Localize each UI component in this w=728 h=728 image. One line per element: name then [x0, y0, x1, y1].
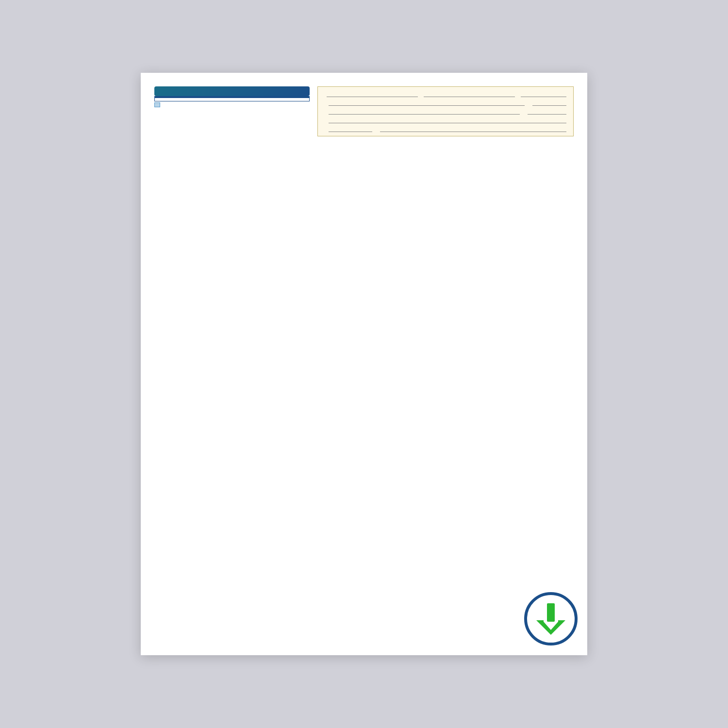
download-arrow-icon	[536, 603, 565, 635]
absence-codes-list	[154, 98, 310, 101]
attendance-calendar-page	[141, 73, 587, 655]
download-overlay[interactable]	[524, 592, 578, 645]
download-circle[interactable]	[524, 592, 578, 645]
employee-info-form	[317, 86, 574, 136]
svg-marker-1	[536, 620, 565, 635]
calendar-title	[154, 86, 310, 96]
svg-rect-0	[547, 603, 555, 622]
holiday-box-icon	[154, 102, 160, 107]
absence-block	[154, 86, 310, 136]
holiday-note	[154, 102, 310, 107]
